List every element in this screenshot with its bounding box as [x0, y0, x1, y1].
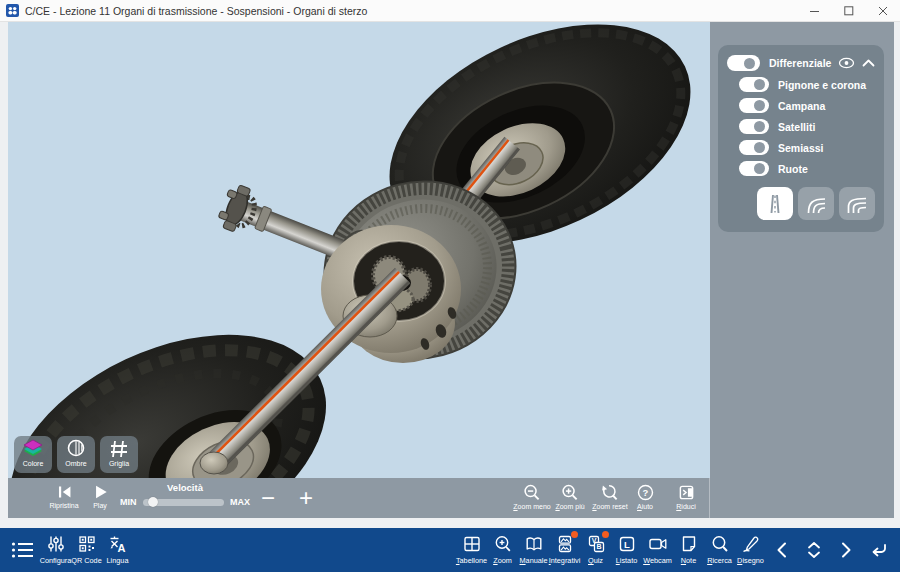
panel-header-row: Differenziale: [727, 55, 875, 71]
layers-color-icon: [22, 439, 44, 459]
qr-code-button[interactable]: QR Code: [71, 528, 102, 572]
zoom-out-icon: [523, 484, 541, 501]
velocity-min-label: MIN: [120, 497, 137, 507]
chevron-left-icon: [774, 541, 790, 559]
aiuto-label: Aiuto: [637, 503, 653, 510]
window-title: C/CE - Lezione 11 Organi di trasmissione…: [25, 5, 367, 17]
play-icon: [93, 484, 108, 500]
main-menu-button[interactable]: [6, 528, 40, 572]
app-logo-icon: [6, 4, 19, 17]
velocity-slider[interactable]: [143, 499, 225, 506]
zoom-out-button[interactable]: Zoom meno: [512, 484, 552, 510]
toggle-row-ruote: Ruote: [739, 161, 875, 176]
riduci-button[interactable]: Riduci: [666, 484, 706, 510]
playback-controlbar: Ripristina Play Velocità MIN MAX − +: [8, 478, 710, 518]
speed-minus-button[interactable]: −: [250, 478, 286, 518]
visibility-eye-icon[interactable]: [838, 57, 855, 69]
differenziale-label: Differenziale: [769, 57, 831, 69]
app-window: C/CE - Lezione 11 Organi di trasmissione…: [0, 0, 900, 572]
zoom-in-button[interactable]: Zoom più: [550, 484, 590, 510]
pignone-toggle[interactable]: [739, 77, 769, 92]
toggle-row-semiassi: Semiassi: [739, 140, 875, 155]
tabellone-button[interactable]: Tabellone: [456, 528, 487, 572]
quiz-button[interactable]: V B Quiz: [580, 528, 611, 572]
return-arrow-icon: [868, 541, 888, 559]
note-page-icon: [679, 534, 699, 554]
hub-cap: [200, 452, 228, 474]
griglia-label: Griglia: [109, 460, 129, 467]
disegno-button[interactable]: Disegno: [735, 528, 766, 572]
zoom-tool-label: Zoom: [493, 556, 512, 565]
lingua-a-glyph: A: [117, 542, 125, 554]
velocity-max-label: MAX: [230, 497, 250, 507]
nav-next-button[interactable]: [830, 528, 862, 572]
note-button[interactable]: Note: [673, 528, 704, 572]
zoom-in-icon: [561, 484, 579, 501]
semiassi-label: Semiassi: [778, 142, 824, 154]
configura-button[interactable]: Configura: [40, 528, 71, 572]
play-button[interactable]: Play: [78, 484, 122, 509]
nav-previous-button[interactable]: [766, 528, 798, 572]
right-sidebar: Differenziale Pignone e corona Campana: [710, 22, 894, 518]
3d-model-differential-scene: [8, 22, 710, 478]
nav-return-button[interactable]: [862, 528, 894, 572]
straight-road-icon: [765, 193, 785, 215]
velocity-control: Velocità MIN MAX: [120, 482, 250, 507]
lingua-button[interactable]: A Lingua: [102, 528, 133, 572]
manuale-label: Manuale: [519, 556, 547, 565]
curved-road-icon: [805, 193, 827, 215]
road-mode-buttons: [757, 187, 875, 220]
velocity-slider-knob[interactable]: [148, 497, 158, 507]
integrativi-notification-badge: [571, 531, 578, 538]
listing-l-icon: L: [617, 534, 637, 554]
open-book-icon: [524, 534, 544, 554]
campana-label: Campana: [778, 100, 825, 112]
grid-icon: [108, 439, 130, 459]
campana-toggle[interactable]: [739, 98, 769, 113]
manuale-button[interactable]: Manuale: [518, 528, 549, 572]
road-straight-button[interactable]: [757, 187, 793, 220]
differenziale-toggle[interactable]: [727, 55, 760, 71]
ruote-toggle[interactable]: [739, 161, 769, 176]
close-button[interactable]: [866, 0, 900, 22]
pignone-label: Pignone e corona: [778, 79, 866, 91]
satelliti-toggle[interactable]: [739, 119, 769, 134]
collapse-panel-icon: [678, 484, 695, 501]
nav-expand-button[interactable]: [798, 528, 830, 572]
webcam-button[interactable]: Webcam: [642, 528, 673, 572]
zoom-reset-icon: [601, 484, 619, 501]
maximize-button[interactable]: [832, 0, 866, 22]
ruote-label: Ruote: [778, 163, 808, 175]
help-icon: ?: [637, 484, 654, 501]
play-label: Play: [93, 502, 107, 509]
zoom-in-label: Zoom più: [555, 503, 584, 510]
chevron-right-icon: [838, 541, 854, 559]
ricerca-button[interactable]: Ricerca: [704, 528, 735, 572]
zoom-tool-button[interactable]: Zoom: [487, 528, 518, 572]
3d-viewport[interactable]: Colore Ombre Griglia: [8, 22, 710, 478]
minimize-button[interactable]: [798, 0, 832, 22]
ripristina-label: Ripristina: [49, 502, 78, 509]
bottom-taskbar: Configura QR Code A: [0, 528, 900, 572]
colore-button[interactable]: Colore: [14, 436, 52, 473]
help-question-glyph: ?: [642, 487, 648, 498]
speed-plus-button[interactable]: +: [288, 478, 324, 518]
road-double-curve-button[interactable]: [839, 187, 875, 220]
road-curve-button[interactable]: [798, 187, 834, 220]
ombre-button[interactable]: Ombre: [57, 436, 95, 473]
toggle-row-campana: Campana: [739, 98, 875, 113]
listato-button[interactable]: L Listato: [611, 528, 642, 572]
aiuto-button[interactable]: ? Aiuto: [626, 484, 664, 510]
note-label: Note: [681, 556, 696, 565]
toggle-row-pignone: Pignone e corona: [739, 77, 875, 92]
titlebar: C/CE - Lezione 11 Organi di trasmissione…: [0, 0, 900, 22]
quiz-b-glyph: B: [596, 543, 601, 550]
search-icon: [710, 534, 730, 554]
viewport-toolbar: Colore Ombre Griglia: [14, 436, 138, 473]
semiassi-toggle[interactable]: [739, 140, 769, 155]
collapse-chevron-up-icon[interactable]: [862, 58, 875, 68]
quiz-notification-badge: [602, 531, 609, 538]
griglia-button[interactable]: Griglia: [100, 436, 138, 473]
integrativi-button[interactable]: Integrativi: [549, 528, 580, 572]
toggle-row-satelliti: Satelliti: [739, 119, 875, 134]
